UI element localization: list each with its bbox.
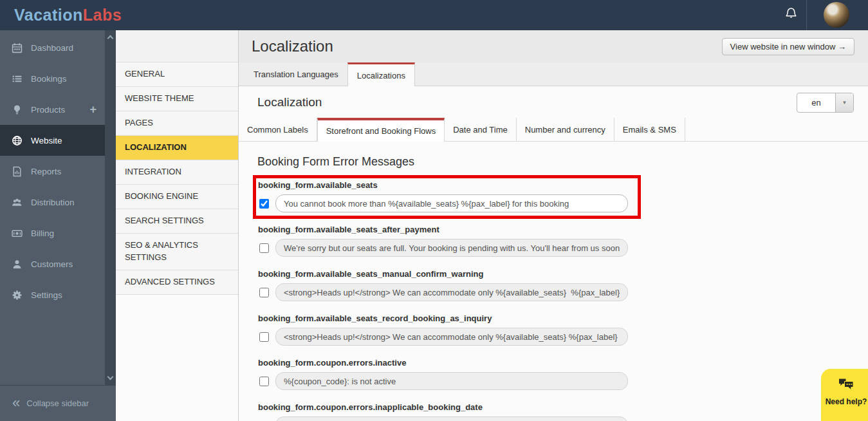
- chevron-up-icon[interactable]: [107, 35, 114, 42]
- settings-menu-item-label: LOCALIZATION: [125, 142, 187, 154]
- field-enable-checkbox[interactable]: [259, 332, 269, 342]
- sidebar-item-reports[interactable]: Reports: [0, 156, 105, 187]
- select-dropdown-arrow-icon[interactable]: [835, 93, 853, 112]
- settings-menu-item-advanced-settings[interactable]: ADVANCED SETTINGS: [116, 270, 238, 295]
- main-area: Localization View website in new window …: [239, 30, 868, 421]
- settings-menu-item-search-settings[interactable]: SEARCH SETTINGS: [116, 209, 238, 234]
- sidebar-item-website[interactable]: Website: [0, 125, 105, 156]
- settings-menu-item-pages[interactable]: PAGES: [116, 111, 238, 136]
- localizations-panel: Localization en Common Labels Storefront…: [239, 86, 868, 421]
- collapse-sidebar-button[interactable]: Collapse sidebar: [0, 385, 116, 421]
- field-key-label: booking_form.available_seats_record_book…: [258, 313, 628, 324]
- field-value-input[interactable]: [275, 328, 628, 346]
- sidebar-item-billing[interactable]: Billing: [0, 218, 105, 248]
- sidebar-item-bookings[interactable]: Bookings: [0, 63, 105, 94]
- plus-icon[interactable]: [89, 103, 97, 117]
- sub-tab-label: Date and Time: [453, 125, 508, 135]
- collapse-sidebar-label: Collapse sidebar: [26, 398, 89, 408]
- field-enable-checkbox[interactable]: [259, 243, 269, 253]
- field-value-input[interactable]: [275, 194, 628, 212]
- collapse-chevrons-icon: [12, 395, 20, 411]
- user-avatar[interactable]: [824, 2, 849, 28]
- sidebar-item-distribution[interactable]: Distribution: [0, 187, 105, 218]
- sidebar-item-label: Customers: [31, 259, 73, 269]
- settings-menu-item-localization[interactable]: LOCALIZATION: [116, 136, 238, 160]
- brand-part1: Vacation: [14, 6, 83, 24]
- settings-menu-item-booking-engine[interactable]: BOOKING ENGINE: [116, 185, 238, 209]
- sub-tab-storefront-and-booking-flows[interactable]: Storefront and Booking Flows: [317, 118, 445, 142]
- section-title: Booking Form Error Messages: [257, 155, 414, 169]
- settings-menu-item-label: ADVANCED SETTINGS: [125, 276, 215, 288]
- field-value-input[interactable]: [275, 416, 628, 421]
- sub-tab-date-and-time[interactable]: Date and Time: [445, 118, 517, 141]
- need-help-button[interactable]: Need help?: [821, 369, 868, 421]
- sub-tab-emails-sms[interactable]: Emails & SMS: [614, 118, 685, 141]
- field-enable-checkbox[interactable]: [259, 288, 269, 297]
- localization-field: booking_form.available_seats_record_book…: [258, 313, 628, 346]
- brand-part2: Labs: [83, 6, 122, 24]
- localization-field: booking_form.available_seats_after_payme…: [258, 225, 628, 257]
- topbar-divider: [806, 0, 807, 30]
- settings-menu-item-general[interactable]: GENERAL: [116, 62, 238, 87]
- sidebar-item-dashboard[interactable]: Dashboard: [0, 32, 105, 63]
- settings-menu-spacer: [116, 30, 238, 62]
- sidebar-item-label: Billing: [31, 229, 54, 238]
- localization-field: booking_form.coupon.errors.inactive: [258, 358, 628, 390]
- localization-field: booking_form.coupon.errors.inapplicable_…: [258, 402, 628, 421]
- sub-tab-common-labels[interactable]: Common Labels: [239, 118, 317, 141]
- sidebar-item-settings[interactable]: Settings: [0, 279, 105, 310]
- sidebar-item-customers[interactable]: Customers: [0, 248, 105, 279]
- field-key-label: booking_form.coupon.errors.inapplicable_…: [258, 402, 628, 413]
- field-value-input[interactable]: [275, 372, 628, 390]
- settings-menu-item-label: SEARCH SETTINGS: [125, 215, 204, 227]
- settings-menu-item-label: GENERAL: [125, 68, 165, 80]
- settings-menu-item-label: SEO & ANALYTICS SETTINGS: [125, 239, 229, 264]
- field-enable-checkbox[interactable]: [259, 199, 269, 209]
- settings-menu-item-label: PAGES: [125, 117, 153, 129]
- sidebar-item-label: Products: [31, 105, 65, 115]
- sidebar-item-label: Distribution: [31, 198, 75, 207]
- settings-menu-item-label: WEBSITE THEME: [125, 93, 194, 105]
- settings-menu-item-integration[interactable]: INTEGRATION: [116, 160, 238, 185]
- error-message-fields: booking_form.available_seats booking_for…: [258, 180, 628, 421]
- chat-icon: [838, 378, 854, 394]
- page-header: Localization View website in new window …: [239, 30, 868, 62]
- settings-menu-item-label: INTEGRATION: [125, 166, 181, 178]
- field-key-label: booking_form.available_seats_after_payme…: [258, 225, 628, 235]
- sidebar: Dashboard Bookings Products Website Repo…: [0, 30, 116, 385]
- sidebar-scrollbar[interactable]: [105, 30, 116, 385]
- bell-icon: [784, 7, 798, 23]
- main-tab-localizations[interactable]: Localizations: [347, 62, 415, 86]
- top-bar: VacationLabs: [0, 0, 868, 30]
- field-key-label: booking_form.available_seats: [258, 180, 628, 191]
- sidebar-item-label: Reports: [31, 167, 61, 176]
- main-tab-label: Localizations: [357, 71, 405, 80]
- sub-tab-number-and-currency[interactable]: Number and currency: [517, 118, 614, 141]
- notifications-button[interactable]: [780, 0, 802, 30]
- sidebar-item-label: Bookings: [31, 74, 67, 84]
- chevron-down-icon[interactable]: [107, 374, 114, 380]
- globe-icon: [12, 135, 23, 146]
- sub-tab-label: Storefront and Booking Flows: [326, 126, 436, 136]
- localization-field: booking_form.available_seats_manual_conf…: [258, 269, 628, 301]
- language-select-value: en: [797, 93, 835, 112]
- field-key-label: booking_form.available_seats_manual_conf…: [258, 269, 628, 279]
- sidebar-item-label: Website: [31, 136, 62, 145]
- settings-menu-item-website-theme[interactable]: WEBSITE THEME: [116, 87, 238, 111]
- users-icon: [12, 197, 23, 208]
- field-value-input[interactable]: [275, 283, 628, 301]
- user-icon: [12, 259, 23, 270]
- field-value-input[interactable]: [275, 239, 628, 257]
- sidebar-item-label: Settings: [31, 290, 62, 300]
- sidebar-item-products[interactable]: Products: [0, 94, 105, 125]
- localization-field: booking_form.available_seats: [258, 180, 628, 212]
- panel-title: Localization: [257, 95, 322, 109]
- view-website-button[interactable]: View website in new window →: [722, 38, 854, 55]
- language-select[interactable]: en: [797, 93, 854, 113]
- report-icon: [12, 166, 23, 177]
- settings-menu-item-label: BOOKING ENGINE: [125, 191, 198, 203]
- settings-menu-item-seo-analytics-settings[interactable]: SEO & ANALYTICS SETTINGS: [116, 234, 238, 270]
- main-tab-translation-languages[interactable]: Translation Languages: [245, 62, 347, 86]
- field-enable-checkbox[interactable]: [259, 377, 269, 386]
- main-tab-bar: Translation Languages Localizations: [239, 62, 868, 86]
